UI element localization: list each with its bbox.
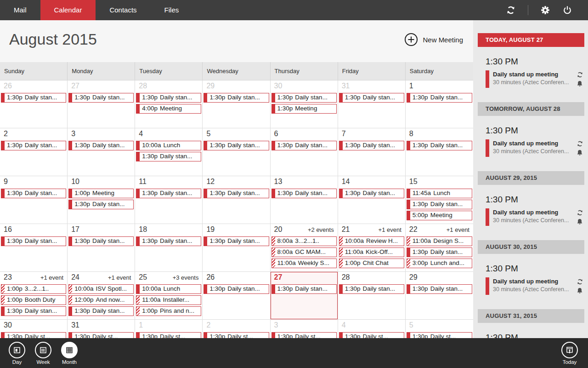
- day-cell[interactable]: 22+1 event11:00aDesign S...1:30pDaily st…: [406, 224, 473, 272]
- calendar-event[interactable]: 11:00aInstaller...: [136, 295, 201, 305]
- calendar-event[interactable]: 1:30pDaily stan...: [407, 93, 472, 103]
- calendar-event[interactable]: 1:30pDaily st...: [407, 332, 472, 338]
- day-cell[interactable]: 41:30pDaily st...: [338, 320, 406, 338]
- day-cell[interactable]: 91:30pDaily stan...: [0, 176, 68, 224]
- day-cell[interactable]: 71:30pDaily stan...: [338, 128, 406, 176]
- calendar-event[interactable]: 12:00pAnd now...: [68, 295, 134, 305]
- calendar-event[interactable]: 1:30pDaily stan...: [339, 189, 404, 198]
- agenda-date-header[interactable]: TOMORROW, AUGUST 28: [478, 102, 584, 116]
- week-view-button[interactable]: Week: [32, 342, 54, 365]
- day-cell[interactable]: 171:30pDaily stan...: [68, 224, 135, 272]
- day-cell[interactable]: 81:30pDaily stan...: [406, 128, 473, 176]
- gear-icon[interactable]: [540, 5, 550, 15]
- calendar-event[interactable]: 1:30pDaily st...: [339, 332, 404, 338]
- calendar-event[interactable]: 1:30pDaily st...: [136, 332, 201, 338]
- day-cell[interactable]: 51:30pDaily st...: [406, 320, 473, 338]
- calendar-event[interactable]: 1:30pDaily stan...: [1, 189, 66, 198]
- calendar-event[interactable]: 1:30pDaily stan...: [407, 247, 472, 257]
- day-cell[interactable]: 161:30pDaily stan...: [0, 224, 68, 272]
- calendar-event[interactable]: 1:30pDaily stan...: [204, 189, 269, 198]
- calendar-event[interactable]: 11:00aWeekly S...: [271, 259, 337, 268]
- day-cell[interactable]: 291:30pDaily stan...: [203, 80, 270, 128]
- more-events-label[interactable]: +1 event: [108, 274, 131, 281]
- tab-files[interactable]: Files: [151, 0, 193, 20]
- calendar-event[interactable]: 1:30pDaily stan...: [1, 236, 66, 246]
- day-cell[interactable]: 311:30pDaily stan...: [338, 80, 406, 128]
- agenda-date-header[interactable]: AUGUST 30, 2015: [478, 240, 584, 254]
- sync-icon[interactable]: [506, 5, 516, 15]
- day-cell[interactable]: 1511:45aLunch1:30pDaily stan...5:00pMeet…: [406, 176, 473, 224]
- more-events-label[interactable]: +1 event: [447, 226, 469, 233]
- day-cell[interactable]: 271:30pDaily stan...: [68, 80, 135, 128]
- calendar-event[interactable]: 1:30pDaily stan...: [407, 200, 472, 209]
- new-meeting-button[interactable]: New Meeting: [404, 33, 463, 46]
- calendar-event[interactable]: 1:30pDaily stan...: [1, 306, 66, 316]
- day-cell[interactable]: 101:00pMeeting1:30pDaily stan...: [68, 176, 135, 224]
- calendar-event[interactable]: 11:00aKick-Off...: [339, 247, 404, 257]
- calendar-event[interactable]: 1:30pDaily stan...: [68, 141, 134, 150]
- agenda-event[interactable]: Daily stand up meeting30 minutes (Aztec …: [486, 208, 584, 226]
- day-cell[interactable]: 24+1 event10:00aISV Spotl...12:00pAnd no…: [68, 272, 135, 320]
- calendar-event[interactable]: 1:30pDaily stan...: [271, 93, 337, 103]
- calendar-event[interactable]: 4:00pMeeting: [136, 104, 201, 114]
- calendar-event[interactable]: 10:00aLunch: [136, 141, 201, 150]
- calendar-event[interactable]: 1:30pDaily stan...: [136, 152, 201, 161]
- calendar-event[interactable]: 11:00aDesign S...: [407, 236, 472, 246]
- calendar-event[interactable]: 1:30pDaily stan...: [271, 141, 337, 150]
- calendar-event[interactable]: 1:30pDaily stan...: [271, 189, 337, 198]
- day-cell[interactable]: 61:30pDaily stan...: [271, 128, 338, 176]
- calendar-event[interactable]: 1:00pMeeting: [68, 189, 134, 198]
- calendar-event[interactable]: 1:30pDaily stan...: [1, 141, 66, 150]
- day-cell[interactable]: 291:30pDaily stan...: [406, 272, 473, 320]
- day-cell[interactable]: 281:30pDaily stan...: [338, 272, 406, 320]
- calendar-event[interactable]: 8:00aGC MAM...: [271, 247, 337, 257]
- calendar-event[interactable]: 1:30pDaily stan...: [136, 189, 201, 198]
- calendar-event[interactable]: 1:30pDaily stan...: [1, 93, 66, 103]
- calendar-event[interactable]: 1:30pDaily stan...: [339, 93, 404, 103]
- calendar-event[interactable]: 1:30pDaily st...: [271, 332, 337, 338]
- tab-mail[interactable]: Mail: [0, 0, 40, 20]
- calendar-event[interactable]: 10:00aReview H...: [339, 236, 404, 246]
- calendar-event[interactable]: 1:00pPins and n...: [136, 306, 201, 316]
- day-cell[interactable]: 261:30pDaily stan...: [203, 272, 270, 320]
- calendar-event[interactable]: 1:30pDaily stan...: [204, 93, 269, 103]
- calendar-event[interactable]: 1:30pDaily stan...: [68, 93, 134, 103]
- day-cell[interactable]: 51:30pDaily stan...: [203, 128, 270, 176]
- agenda-date-header[interactable]: AUGUST 31, 2015: [478, 309, 584, 323]
- more-events-label[interactable]: +1 event: [379, 226, 401, 233]
- calendar-event[interactable]: 1:30pDaily stan...: [136, 236, 201, 246]
- calendar-event[interactable]: 1:30pDaily stan...: [339, 141, 404, 150]
- day-cell[interactable]: 31:30pDaily stan...: [68, 128, 135, 176]
- calendar-event[interactable]: 1:30pDaily stan...: [68, 306, 134, 316]
- calendar-event[interactable]: 1:30pDaily st...: [1, 332, 66, 338]
- day-cell[interactable]: 121:30pDaily stan...: [203, 176, 270, 224]
- calendar-event[interactable]: 8:00a3...2...1..: [271, 236, 337, 246]
- agenda-event[interactable]: Daily stand up meeting30 minutes (Aztec …: [486, 277, 584, 295]
- day-cell[interactable]: 281:30pDaily stan...4:00pMeeting: [135, 80, 203, 128]
- day-cell[interactable]: 261:30pDaily stan...: [0, 80, 68, 128]
- tab-contacts[interactable]: Contacts: [96, 0, 150, 20]
- calendar-event[interactable]: 1:30pMeeting: [271, 104, 337, 114]
- day-cell[interactable]: 181:30pDaily stan...: [135, 224, 203, 272]
- day-cell[interactable]: 21:30pDaily st...: [203, 320, 270, 338]
- more-events-label[interactable]: +3 events: [173, 274, 199, 281]
- day-cell[interactable]: 191:30pDaily stan...: [203, 224, 270, 272]
- calendar-event[interactable]: 1:00pChit Chat: [339, 259, 404, 268]
- calendar-event[interactable]: 10:00aLunch: [136, 284, 201, 294]
- day-cell[interactable]: 410:00aLunch1:30pDaily stan...: [135, 128, 203, 176]
- day-cell[interactable]: 301:30pDaily stan...1:30pMeeting: [271, 80, 338, 128]
- calendar-event[interactable]: 1:30pDaily stan...: [407, 284, 472, 294]
- day-cell[interactable]: 25+3 events10:00aLunch11:00aInstaller...…: [135, 272, 203, 320]
- day-cell[interactable]: 23+1 event1:00p3...2...1..1:00pBooth Dut…: [0, 272, 68, 320]
- day-cell[interactable]: 301:30pDaily st...: [0, 320, 68, 338]
- day-view-button[interactable]: Day: [6, 342, 28, 365]
- calendar-event[interactable]: 1:30pDaily st...: [68, 332, 134, 338]
- agenda-date-header[interactable]: AUGUST 29, 2015: [478, 171, 584, 185]
- calendar-event[interactable]: 1:30pDaily stan...: [68, 236, 134, 246]
- calendar-event[interactable]: 1:30pDaily stan...: [68, 200, 134, 209]
- day-cell[interactable]: 21:30pDaily stan...: [0, 128, 68, 176]
- calendar-event[interactable]: 5:00pMeeting: [407, 211, 472, 220]
- day-cell[interactable]: 111:30pDaily stan...: [135, 176, 203, 224]
- calendar-event[interactable]: 1:30pDaily stan...: [136, 93, 201, 103]
- calendar-event[interactable]: 1:30pDaily stan...: [204, 141, 269, 150]
